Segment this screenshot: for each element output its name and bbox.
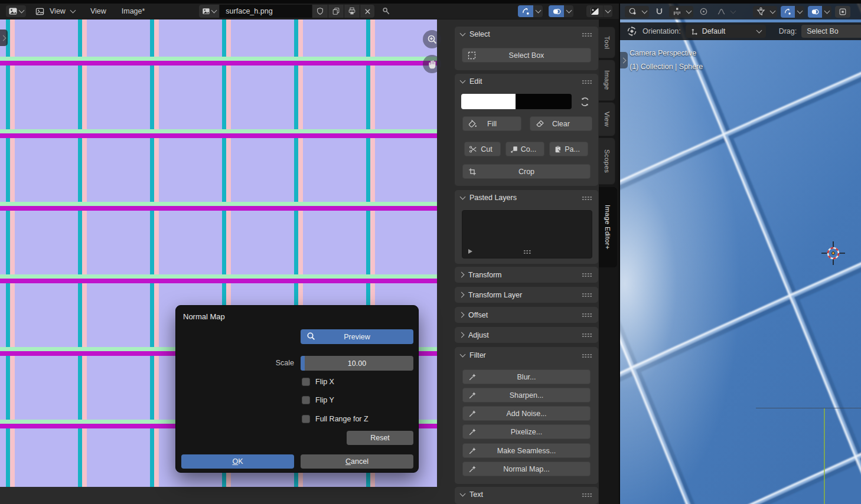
new-image-button[interactable] (328, 5, 344, 18)
menu-image[interactable]: Image* (118, 7, 149, 15)
overlays-toggle[interactable] (549, 5, 564, 17)
copy-button[interactable]: Co... (505, 142, 544, 156)
image-browse-dropdown[interactable] (199, 5, 219, 18)
clear-button[interactable]: Clear (530, 116, 592, 131)
display-channels-button[interactable] (586, 5, 603, 17)
panel-edit-header[interactable]: Edit (455, 74, 598, 89)
orientation-dropdown[interactable]: Default (686, 25, 766, 38)
pasted-layers-list[interactable] (462, 210, 592, 258)
fill-button[interactable]: Fill (462, 116, 521, 131)
cancel-button[interactable]: Cancel (301, 454, 413, 469)
overlays-dropdown[interactable] (822, 6, 831, 18)
pixelize-button[interactable]: Pixelize... (462, 424, 591, 439)
panel-adjust-header[interactable]: Adjust (455, 327, 598, 343)
pivot-point-button[interactable] (625, 6, 640, 18)
ok-button[interactable]: OK (181, 454, 294, 469)
editor-type-button[interactable] (6, 5, 26, 17)
zoom-in-icon (427, 34, 438, 45)
make-seamless-button[interactable]: Make Seamless... (462, 443, 591, 458)
blur-label: Blur... (463, 373, 590, 381)
shield-icon (316, 7, 324, 15)
panel-transform-layer-header[interactable]: Transform Layer (455, 287, 598, 303)
grip-icon[interactable] (582, 354, 592, 358)
proportional-edit-toggle[interactable] (697, 6, 710, 18)
falloff-curve-button[interactable] (713, 6, 729, 18)
foreground-color-swatch[interactable] (461, 94, 516, 109)
grip-icon[interactable] (582, 493, 592, 497)
pack-image-button[interactable] (344, 5, 360, 18)
cut-button[interactable]: Cut (464, 142, 501, 156)
panel-text-header[interactable]: Text (455, 487, 598, 502)
snap-dropdown[interactable] (684, 6, 693, 18)
panel-pasted-layers-header[interactable]: Pasted Layers (455, 190, 598, 205)
pivot-dropdown[interactable] (640, 6, 649, 18)
overlays-toggle[interactable] (808, 6, 822, 18)
drag-mode-button[interactable]: Select Bo (801, 25, 861, 38)
scale-slider[interactable]: 10.00 (301, 356, 413, 371)
paste-button[interactable]: Pa... (549, 142, 588, 156)
visibility-filter-button[interactable] (753, 6, 768, 18)
gizmo-toggle[interactable] (781, 6, 795, 18)
flip-y-checkbox[interactable] (302, 396, 310, 404)
blur-button[interactable]: Blur... (462, 369, 591, 384)
panel-filter-header[interactable]: Filter (455, 347, 598, 364)
sharpen-button[interactable]: Sharpen... (462, 388, 591, 402)
zoom-in-button[interactable] (423, 30, 441, 48)
tab-image-editor-plus[interactable]: Image Editor+ (599, 187, 617, 267)
display-mode-dropdown[interactable]: View (33, 5, 77, 17)
gizmo-dropdown[interactable] (795, 6, 804, 18)
grip-icon[interactable] (582, 313, 592, 317)
tab-view[interactable]: View (599, 102, 615, 136)
reset-button[interactable]: Reset (347, 431, 413, 445)
panel-transform-header[interactable]: Transform (455, 267, 598, 283)
tab-image[interactable]: Image (599, 60, 615, 101)
snap-target-button[interactable] (669, 6, 684, 18)
grip-icon[interactable] (582, 80, 592, 84)
grip-icon[interactable] (582, 196, 592, 200)
snap-toggle[interactable] (653, 6, 666, 18)
falloff-dropdown[interactable] (729, 6, 738, 18)
menu-view[interactable]: View (87, 7, 110, 15)
add-noise-button[interactable]: Add Noise... (462, 406, 591, 421)
chevron-down-icon (19, 8, 25, 14)
pan-button[interactable] (423, 55, 441, 73)
grip-icon[interactable] (523, 250, 531, 254)
gizmo-toggle[interactable] (518, 5, 533, 17)
panel-filter: Filter Blur... Sharpen... Add Noise... P… (455, 347, 598, 484)
grip-icon[interactable] (582, 333, 592, 337)
tab-scopes[interactable]: Scopes (599, 138, 615, 185)
sidebar-tab-strip: Tool Image View Scopes Image Editor+ (599, 19, 619, 504)
image-browse-icon (202, 7, 210, 15)
grip-icon[interactable] (582, 32, 592, 37)
panel-offset-header[interactable]: Offset (455, 307, 598, 323)
viewport-view-label: Camera Perspective (630, 49, 696, 57)
select-box-button[interactable]: Select Box (462, 48, 591, 63)
play-triangle-icon[interactable] (468, 249, 472, 254)
crop-button[interactable]: Crop (462, 164, 591, 179)
overlays-dropdown[interactable] (564, 5, 573, 17)
chevron-down-icon (797, 8, 803, 14)
background-color-swatch[interactable] (516, 94, 572, 109)
image-name-field[interactable]: surface_h.png (220, 5, 312, 18)
grip-icon[interactable] (582, 293, 592, 297)
toolbar-region-toggle[interactable] (0, 30, 8, 46)
viewport-3d[interactable]: Orientation: Default Drag: Select Bo Cam… (620, 4, 861, 504)
tab-tool[interactable]: Tool (599, 27, 615, 58)
unlink-image-button[interactable] (360, 5, 374, 18)
normal-map-button[interactable]: Normal Map... (462, 462, 591, 476)
grip-icon[interactable] (582, 273, 592, 277)
swap-colors-button[interactable] (576, 94, 593, 109)
pin-icon[interactable] (381, 6, 391, 16)
fake-user-button[interactable] (312, 5, 328, 18)
viewport-sidebar-toggle[interactable] (620, 52, 628, 68)
gizmo-dropdown[interactable] (533, 5, 543, 17)
image-editor-sidebar: Select Select Box Edit (455, 27, 598, 504)
full-range-z-checkbox[interactable] (302, 415, 310, 423)
flip-x-checkbox[interactable] (302, 378, 310, 386)
preview-button[interactable]: Preview (301, 329, 413, 344)
xray-toggle[interactable] (835, 6, 850, 18)
normal-map-dialog: Normal Map Preview Scale 10.00 Flip X Fl… (175, 305, 419, 473)
panel-select-header[interactable]: Select (455, 27, 598, 42)
display-channels-dropdown[interactable] (603, 5, 612, 17)
visibility-dropdown[interactable] (768, 6, 777, 18)
